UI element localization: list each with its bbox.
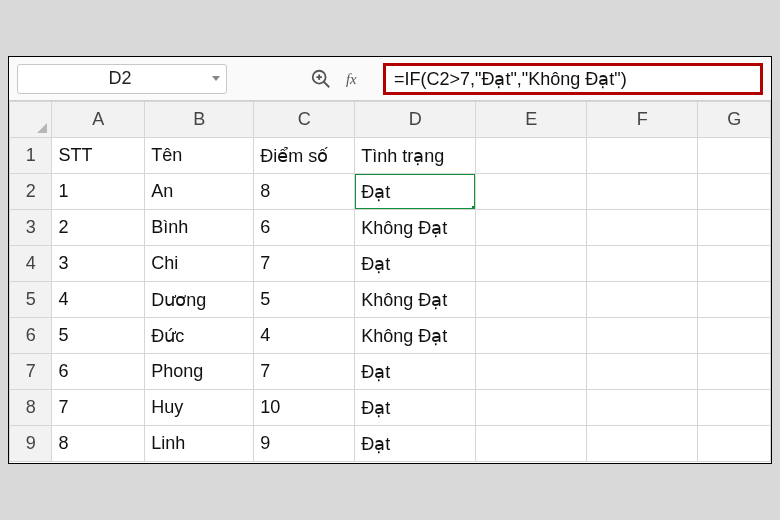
- cell-C6[interactable]: 4: [254, 318, 355, 354]
- cell-D9[interactable]: Đạt: [355, 426, 476, 462]
- cell-C4[interactable]: 7: [254, 246, 355, 282]
- row-header-7[interactable]: 7: [10, 354, 52, 390]
- row-header-3[interactable]: 3: [10, 210, 52, 246]
- row-header-6[interactable]: 6: [10, 318, 52, 354]
- cell-C7[interactable]: 7: [254, 354, 355, 390]
- cell-F1[interactable]: [587, 138, 698, 174]
- cell-A1[interactable]: STT: [52, 138, 145, 174]
- cell-E4[interactable]: [476, 246, 587, 282]
- spreadsheet-window: D2 fx =IF(C2>7,"Đạt","Không Đạt") A B: [8, 56, 772, 464]
- cell-C1[interactable]: Điểm số: [254, 138, 355, 174]
- cell-F4[interactable]: [587, 246, 698, 282]
- cell-F5[interactable]: [587, 282, 698, 318]
- svg-line-1: [324, 81, 330, 87]
- table-row: 5 4 Dương 5 Không Đạt: [10, 282, 771, 318]
- cell-C9[interactable]: 9: [254, 426, 355, 462]
- cell-C3[interactable]: 6: [254, 210, 355, 246]
- table-row: 6 5 Đức 4 Không Đạt: [10, 318, 771, 354]
- formula-text: =IF(C2>7,"Đạt","Không Đạt"): [394, 68, 627, 90]
- cell-E7[interactable]: [476, 354, 587, 390]
- formula-bar-row: D2 fx =IF(C2>7,"Đạt","Không Đạt"): [9, 57, 771, 101]
- table-row: 2 1 An 8 Đạt: [10, 174, 771, 210]
- cell-A9[interactable]: 8: [52, 426, 145, 462]
- cell-C5[interactable]: 5: [254, 282, 355, 318]
- cell-F8[interactable]: [587, 390, 698, 426]
- col-header-G[interactable]: G: [698, 102, 771, 138]
- cell-D6[interactable]: Không Đạt: [355, 318, 476, 354]
- cell-E8[interactable]: [476, 390, 587, 426]
- name-box-value: D2: [34, 68, 206, 89]
- row-header-5[interactable]: 5: [10, 282, 52, 318]
- cell-A3[interactable]: 2: [52, 210, 145, 246]
- cell-A4[interactable]: 3: [52, 246, 145, 282]
- cell-E3[interactable]: [476, 210, 587, 246]
- cell-B9[interactable]: Linh: [145, 426, 254, 462]
- cell-D4[interactable]: Đạt: [355, 246, 476, 282]
- cell-A6[interactable]: 5: [52, 318, 145, 354]
- col-header-C[interactable]: C: [254, 102, 355, 138]
- cell-F9[interactable]: [587, 426, 698, 462]
- cell-E9[interactable]: [476, 426, 587, 462]
- column-header-row: A B C D E F G: [10, 102, 771, 138]
- cell-A2[interactable]: 1: [52, 174, 145, 210]
- row-header-1[interactable]: 1: [10, 138, 52, 174]
- select-all-corner[interactable]: [10, 102, 52, 138]
- cell-C2[interactable]: 8: [254, 174, 355, 210]
- table-row: 3 2 Bình 6 Không Đạt: [10, 210, 771, 246]
- cell-A7[interactable]: 6: [52, 354, 145, 390]
- fx-icon[interactable]: fx: [345, 65, 373, 93]
- cell-D8[interactable]: Đạt: [355, 390, 476, 426]
- cell-B7[interactable]: Phong: [145, 354, 254, 390]
- row-header-8[interactable]: 8: [10, 390, 52, 426]
- cell-C8[interactable]: 10: [254, 390, 355, 426]
- cell-B4[interactable]: Chi: [145, 246, 254, 282]
- cell-B3[interactable]: Bình: [145, 210, 254, 246]
- cell-F3[interactable]: [587, 210, 698, 246]
- cell-F7[interactable]: [587, 354, 698, 390]
- name-box[interactable]: D2: [17, 64, 227, 94]
- cell-G2[interactable]: [698, 174, 771, 210]
- table-row: 8 7 Huy 10 Đạt: [10, 390, 771, 426]
- zoom-icon[interactable]: [307, 65, 335, 93]
- cell-B5[interactable]: Dương: [145, 282, 254, 318]
- cell-B8[interactable]: Huy: [145, 390, 254, 426]
- cell-E5[interactable]: [476, 282, 587, 318]
- worksheet-grid[interactable]: A B C D E F G 1 STT Tên Điểm số Tình trạ…: [9, 101, 771, 463]
- row-header-9[interactable]: 9: [10, 426, 52, 462]
- cell-G8[interactable]: [698, 390, 771, 426]
- chevron-down-icon[interactable]: [212, 76, 220, 81]
- col-header-F[interactable]: F: [587, 102, 698, 138]
- cell-E1[interactable]: [476, 138, 587, 174]
- cell-D7[interactable]: Đạt: [355, 354, 476, 390]
- table-row: 9 8 Linh 9 Đạt: [10, 426, 771, 462]
- cell-G5[interactable]: [698, 282, 771, 318]
- cell-G1[interactable]: [698, 138, 771, 174]
- cell-D2[interactable]: Đạt: [355, 174, 476, 210]
- cell-B2[interactable]: An: [145, 174, 254, 210]
- row-header-2[interactable]: 2: [10, 174, 52, 210]
- col-header-A[interactable]: A: [52, 102, 145, 138]
- cell-F2[interactable]: [587, 174, 698, 210]
- cell-G3[interactable]: [698, 210, 771, 246]
- col-header-E[interactable]: E: [476, 102, 587, 138]
- cell-A5[interactable]: 4: [52, 282, 145, 318]
- cell-E6[interactable]: [476, 318, 587, 354]
- col-header-B[interactable]: B: [145, 102, 254, 138]
- formula-input[interactable]: =IF(C2>7,"Đạt","Không Đạt"): [383, 63, 763, 95]
- cell-B1[interactable]: Tên: [145, 138, 254, 174]
- svg-text:fx: fx: [346, 70, 357, 86]
- row-header-4[interactable]: 4: [10, 246, 52, 282]
- cell-A8[interactable]: 7: [52, 390, 145, 426]
- cell-D3[interactable]: Không Đạt: [355, 210, 476, 246]
- cell-E2[interactable]: [476, 174, 587, 210]
- cell-G7[interactable]: [698, 354, 771, 390]
- cell-G4[interactable]: [698, 246, 771, 282]
- table-row: 4 3 Chi 7 Đạt: [10, 246, 771, 282]
- cell-D5[interactable]: Không Đạt: [355, 282, 476, 318]
- cell-D1[interactable]: Tình trạng: [355, 138, 476, 174]
- cell-B6[interactable]: Đức: [145, 318, 254, 354]
- cell-F6[interactable]: [587, 318, 698, 354]
- cell-G9[interactable]: [698, 426, 771, 462]
- col-header-D[interactable]: D: [355, 102, 476, 138]
- cell-G6[interactable]: [698, 318, 771, 354]
